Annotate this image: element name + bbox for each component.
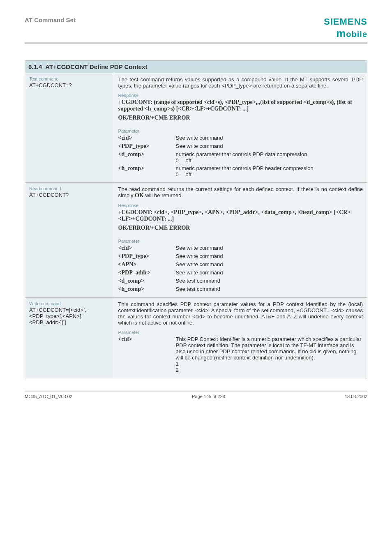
test-command-text: AT+CGDCONT=?: [29, 82, 110, 88]
param-pdptype-desc: See write command: [176, 143, 363, 150]
content-table: Test command AT+CGDCONT=? The test comma…: [25, 73, 367, 378]
footer-center: Page 145 of 228: [192, 394, 225, 399]
read-cid-name: <cid>: [118, 245, 176, 251]
read-desc-ok: OK: [135, 192, 144, 198]
parameter-label: Parameter: [118, 129, 363, 134]
footer-right: 13.03.2002: [345, 394, 367, 399]
read-dcomp-desc: See test command: [176, 278, 363, 284]
response-label: Response: [118, 93, 363, 98]
write-description: This command specifies PDP context param…: [118, 301, 363, 326]
page-footer: MC35_ATC_01_V03.02 Page 145 of 228 13.03…: [25, 391, 367, 399]
param-cid-desc: See write command: [176, 135, 363, 141]
param-row: <PDP_addr> See write command: [118, 269, 363, 276]
param-row: <cid> This PDP Context Identifier is a n…: [118, 336, 363, 373]
param-row: <PDP_type> See write command: [118, 253, 363, 260]
read-pdptype-name: <PDP_type>: [118, 253, 176, 260]
read-pdpaddr-name: <PDP_addr>: [118, 269, 176, 276]
param-row: <d_comp> See test command: [118, 278, 363, 284]
test-description: The test command returns values supporte…: [118, 76, 363, 89]
read-parameter-label: Parameter: [118, 239, 363, 244]
param-hcomp-desc: numeric parameter that controls PDP head…: [176, 165, 363, 177]
read-dcomp-name: <d_comp>: [118, 278, 176, 284]
param-row: <d_comp> numeric parameter that controls…: [118, 151, 363, 164]
read-response-line: +CGDCONT: <cid>, <PDP_type>, <APN>, <PDP…: [118, 209, 363, 222]
write-command-label: Write command: [29, 301, 110, 306]
param-row: <h_comp> numeric parameter that controls…: [118, 165, 363, 177]
read-response-label: Response: [118, 203, 363, 208]
read-apn-name: <APN>: [118, 261, 176, 268]
read-hcomp-name: <h_comp>: [118, 286, 176, 292]
section-number: 6.1.4: [28, 63, 42, 70]
write-cid-v1: 1: [176, 361, 179, 367]
write-cid-desc: This PDP Context Identifier is a numeric…: [176, 336, 363, 373]
param-row: <PDP_type> See write command: [118, 143, 363, 150]
logo-m: m: [336, 27, 346, 39]
param-row: <cid> See write command: [118, 135, 363, 141]
read-apn-desc: See write command: [176, 261, 363, 268]
page-header: AT Command Set SIEMENS mobile: [25, 16, 367, 44]
read-description: The read command returns the current set…: [118, 186, 363, 199]
read-ok-line: OK/ERROR/+CME ERROR: [118, 225, 363, 231]
read-pdpaddr-desc: See write command: [176, 269, 363, 276]
doc-title: AT Command Set: [25, 16, 76, 23]
read-command-text: AT+CGDCONT?: [29, 192, 110, 198]
test-response-line: +CGDCONT: (range of supported <cid>s), <…: [118, 99, 363, 112]
hcomp-val0-desc: off: [186, 171, 191, 177]
write-command-text: AT+CGDCONT=[<cid>[,<PDP_type>[,<APN>[,<P…: [29, 307, 110, 325]
write-cid-desc-text: This PDP Context Identifier is a numeric…: [176, 336, 362, 361]
table-row: Write command AT+CGDCONT=[<cid>[,<PDP_ty…: [25, 298, 367, 378]
read-desc-b: will be returned.: [144, 192, 183, 198]
read-pdptype-desc: See write command: [176, 253, 363, 260]
param-dcomp-name: <d_comp>: [118, 151, 176, 164]
section-heading: 6.1.4 AT+CGDCONT Define PDP Context: [25, 60, 367, 73]
siemens-logo: SIEMENS mobile: [324, 16, 367, 40]
test-ok-line: OK/ERROR/+CME ERROR: [118, 115, 363, 121]
write-parameter-label: Parameter: [118, 330, 363, 335]
hcomp-val0: 0: [176, 171, 186, 177]
logo-obile: obile: [346, 30, 367, 39]
table-row: Read command AT+CGDCONT? The read comman…: [25, 183, 367, 298]
param-row: <cid> See write command: [118, 245, 363, 251]
param-hcomp-desc-text: numeric parameter that controls PDP head…: [176, 165, 314, 171]
param-cid-name: <cid>: [118, 135, 176, 141]
read-cid-desc: See write command: [176, 245, 363, 251]
dcomp-val0-desc: off: [186, 157, 191, 164]
param-dcomp-desc-text: numeric parameter that controls PDP data…: [176, 151, 307, 157]
param-pdptype-name: <PDP_type>: [118, 143, 176, 150]
param-hcomp-name: <h_comp>: [118, 165, 176, 177]
table-row: Test command AT+CGDCONT=? The test comma…: [25, 73, 367, 183]
write-cid-name: <cid>: [118, 336, 176, 373]
param-dcomp-desc: numeric parameter that controls PDP data…: [176, 151, 363, 164]
section-title: AT+CGDCONT Define PDP Context: [45, 63, 147, 70]
param-row: <APN> See write command: [118, 261, 363, 268]
read-hcomp-desc: See test command: [176, 286, 363, 292]
read-command-label: Read command: [29, 186, 110, 191]
param-row: <h_comp> See test command: [118, 286, 363, 292]
logo-mobile-text: mobile: [324, 27, 367, 40]
test-command-label: Test command: [29, 76, 110, 81]
footer-left: MC35_ATC_01_V03.02: [25, 394, 72, 399]
logo-siemens-text: SIEMENS: [324, 16, 367, 27]
write-cid-v2: 2: [176, 367, 179, 373]
dcomp-val0: 0: [176, 157, 186, 164]
